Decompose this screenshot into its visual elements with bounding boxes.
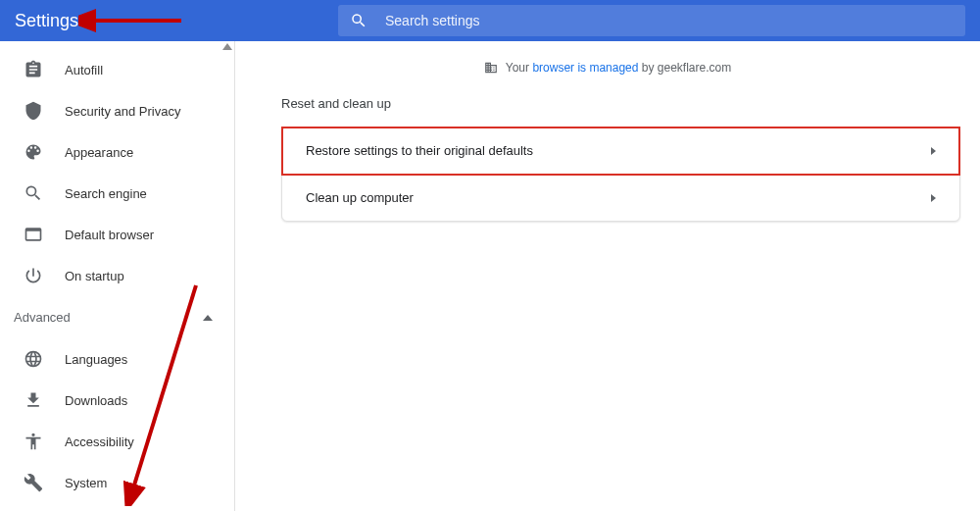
power-icon xyxy=(24,266,43,285)
sidebar-item-accessibility[interactable]: Accessibility xyxy=(0,421,234,462)
row-label: Restore settings to their original defau… xyxy=(306,143,533,158)
globe-icon xyxy=(24,349,43,369)
shield-icon xyxy=(24,101,43,121)
search-input[interactable] xyxy=(385,13,954,28)
managed-link[interactable]: browser is managed xyxy=(532,61,638,75)
managed-notice: Your browser is managed by geekflare.com xyxy=(255,51,960,90)
sidebar-item-autofill[interactable]: Autofill xyxy=(0,49,234,90)
sidebar-item-label: System xyxy=(65,476,107,490)
sidebar-item-label: Default browser xyxy=(65,228,154,242)
advanced-toggle[interactable]: Advanced xyxy=(0,296,234,338)
sidebar-item-search-engine[interactable]: Search engine xyxy=(0,173,234,214)
chevron-right-icon xyxy=(931,194,936,202)
managed-suffix: by geekflare.com xyxy=(642,61,731,75)
row-label: Clean up computer xyxy=(306,190,414,205)
sidebar-item-appearance[interactable]: Appearance xyxy=(0,131,234,173)
sidebar-item-on-startup[interactable]: On startup xyxy=(0,255,234,296)
sidebar: Autofill Security and Privacy Appearance… xyxy=(0,41,235,511)
accessibility-icon xyxy=(24,432,43,451)
sidebar-item-label: Appearance xyxy=(65,145,133,160)
scrollbar-up-icon[interactable] xyxy=(222,43,232,50)
chevron-right-icon xyxy=(931,147,936,155)
main-content: Your browser is managed by geekflare.com… xyxy=(235,41,980,511)
search-container[interactable] xyxy=(338,5,965,36)
header: Settings xyxy=(0,0,980,41)
sidebar-item-label: Autofill xyxy=(65,63,103,77)
managed-prefix: Your xyxy=(506,61,529,75)
browser-icon xyxy=(24,225,43,244)
sidebar-item-system[interactable]: System xyxy=(0,462,234,503)
section-title: Reset and clean up xyxy=(281,96,960,111)
sidebar-item-default-browser[interactable]: Default browser xyxy=(0,214,234,255)
palette-icon xyxy=(24,142,43,162)
sidebar-item-label: Security and Privacy xyxy=(65,104,181,119)
download-icon xyxy=(24,390,43,410)
autofill-icon xyxy=(24,60,43,79)
sidebar-item-languages[interactable]: Languages xyxy=(0,338,234,380)
sidebar-item-label: Accessibility xyxy=(65,434,134,449)
search-icon xyxy=(350,12,368,29)
sidebar-item-label: Downloads xyxy=(65,393,127,408)
settings-card: Restore settings to their original defau… xyxy=(281,127,960,222)
sidebar-item-downloads[interactable]: Downloads xyxy=(0,380,234,421)
clean-up-computer-row[interactable]: Clean up computer xyxy=(282,175,959,221)
sidebar-item-reset[interactable]: Reset and clean up xyxy=(0,503,234,511)
chevron-up-icon xyxy=(203,315,213,321)
sidebar-item-label: Languages xyxy=(65,352,127,367)
search-icon xyxy=(24,183,43,203)
page-title: Settings xyxy=(15,11,338,31)
advanced-label: Advanced xyxy=(14,310,71,325)
wrench-icon xyxy=(24,473,43,492)
building-icon xyxy=(484,61,498,75)
sidebar-item-security[interactable]: Security and Privacy xyxy=(0,90,234,131)
restore-defaults-row[interactable]: Restore settings to their original defau… xyxy=(282,128,959,175)
sidebar-item-label: On startup xyxy=(65,269,124,283)
sidebar-item-label: Search engine xyxy=(65,186,147,201)
